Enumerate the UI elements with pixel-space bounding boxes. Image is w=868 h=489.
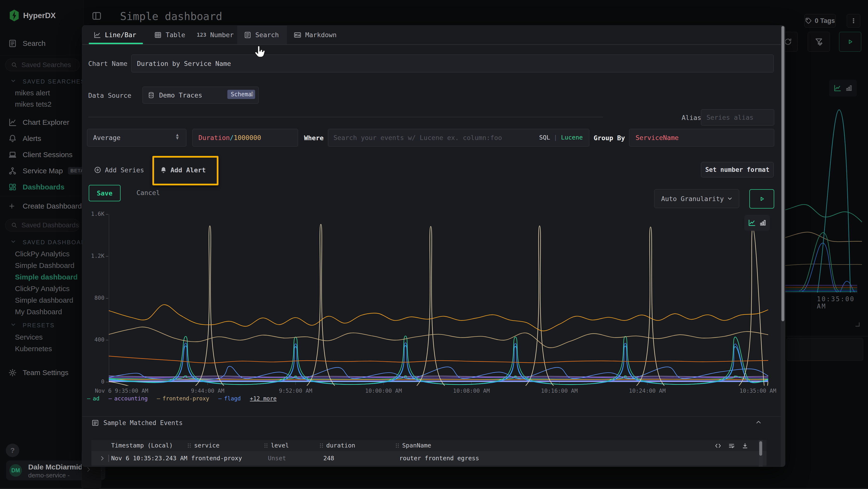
group-by-value: ServiceName	[636, 134, 679, 141]
tab-table[interactable]: Table	[154, 26, 185, 44]
table-scrollbar[interactable]	[759, 440, 763, 466]
column-header[interactable]: duration	[320, 442, 355, 449]
drag-handle-icon[interactable]	[320, 443, 323, 449]
save-button[interactable]: Save	[89, 185, 121, 201]
tab-line-bar[interactable]: Line/Bar	[93, 26, 136, 44]
table-icon	[154, 31, 162, 39]
legend-dash: —	[218, 395, 222, 402]
legend-more-link[interactable]: +12 more	[250, 395, 277, 402]
table-header-row: Timestamp (Local) service level duration…	[91, 440, 767, 451]
chart-name-input[interactable]	[132, 60, 774, 67]
edit-chart-modal: Line/Bar Table 123 Number Search Markdow…	[82, 25, 785, 467]
drag-handle-icon[interactable]	[265, 443, 268, 449]
chart-name-label: Chart Name	[88, 60, 128, 67]
list-icon	[91, 419, 99, 427]
column-header[interactable]: service	[188, 442, 219, 449]
tab-markdown[interactable]: Markdown	[294, 26, 337, 44]
wrap-text-icon[interactable]	[728, 442, 735, 449]
alias-field[interactable]	[701, 109, 774, 125]
where-label: Where	[304, 134, 323, 142]
database-icon	[148, 91, 155, 99]
group-by-field[interactable]: ServiceName	[629, 129, 774, 146]
group-by-label: Group By	[594, 134, 625, 142]
chart-type-toggle[interactable]	[744, 215, 770, 231]
add-series-button[interactable]: Add Series	[94, 163, 144, 177]
y-tick-label: 0	[88, 378, 104, 385]
drag-handle-icon[interactable]	[396, 443, 399, 449]
granularity-select[interactable]: Auto Granularity	[654, 189, 739, 208]
line-chart-icon	[93, 31, 101, 39]
table-row[interactable]: Nov 6 10:35:23.243 AM frontend-proxy Uns…	[91, 451, 767, 466]
modal-scrollbar[interactable]	[781, 26, 785, 466]
x-tick-label: 10:08:00 AM	[453, 387, 490, 394]
chart-legend: —ad —accounting —frontend-proxy —flagd +…	[87, 395, 283, 402]
cell-duration: 248	[323, 455, 334, 462]
number-123-icon: 123	[197, 32, 207, 38]
search-list-icon	[244, 31, 251, 39]
y-tick-label: 800	[88, 295, 104, 301]
expr-field: Duration	[198, 134, 230, 141]
x-tick-label: 9:44:00 AM	[191, 387, 224, 394]
column-header[interactable]: SpanName	[396, 442, 431, 449]
expr-op: /	[230, 134, 234, 141]
y-tick-label: 400	[88, 337, 104, 343]
sample-events-header: Sample Matched Events	[91, 419, 183, 427]
aggregation-select[interactable]: Average ▲▼	[87, 129, 186, 146]
chart-svg	[109, 214, 768, 386]
x-tick-label: 10:24:00 AM	[629, 387, 665, 394]
select-chevrons-icon: ▲▼	[251, 90, 253, 97]
legend-dash: —	[108, 395, 112, 402]
row-expand-chevron-icon[interactable]	[99, 455, 105, 461]
bar-chart-icon	[759, 219, 767, 226]
expression-field[interactable]: Duration / 1000000	[192, 129, 298, 146]
run-chart-button[interactable]	[749, 189, 774, 208]
legend-item[interactable]: —accounting	[108, 395, 148, 402]
cell-timestamp: Nov 6 10:35:23.243 AM	[111, 455, 187, 462]
cell-spanname: router frontend egress	[399, 455, 479, 462]
y-tick-label: 1.2K	[88, 253, 104, 259]
plus-circle-icon	[94, 166, 101, 174]
tab-number[interactable]: 123 Number	[197, 26, 234, 44]
x-tick-label: Nov 6 9:35:00 AM	[95, 387, 148, 394]
table-row-clipped	[91, 466, 767, 467]
data-source-value: Demo Traces	[159, 91, 202, 99]
add-alert-button[interactable]: Add Alert	[160, 163, 206, 177]
column-header[interactable]: level	[265, 442, 289, 449]
expr-num: 1000000	[234, 134, 261, 141]
markdown-icon	[294, 31, 301, 39]
legend-item[interactable]: —ad	[87, 395, 100, 402]
x-tick-label: 10:00:00 AM	[365, 387, 402, 394]
select-chevrons-icon: ▲▼	[176, 133, 179, 140]
column-header[interactable]: Timestamp (Local)	[111, 442, 173, 449]
code-view-icon[interactable]	[715, 442, 721, 449]
line-chart-icon	[748, 219, 756, 227]
cell-level: Unset	[268, 455, 286, 462]
cell-service: frontend-proxy	[191, 455, 242, 462]
where-field[interactable]: SQL | Lucene	[328, 129, 589, 146]
legend-item[interactable]: —frontend-proxy	[157, 395, 209, 402]
alias-label: Alias	[682, 114, 701, 121]
x-tick-label: 9:52:00 AM	[279, 387, 312, 394]
download-icon[interactable]	[742, 442, 748, 449]
drag-handle-icon[interactable]	[188, 443, 191, 449]
y-tick-label: 1.6K	[88, 211, 104, 217]
legend-dash: —	[87, 395, 90, 402]
bell-icon	[160, 166, 167, 174]
data-source-select[interactable]: Demo Traces Schema ▲▼	[143, 87, 259, 104]
legend-dash: —	[157, 395, 160, 402]
set-number-format-button[interactable]: Set number format	[701, 162, 774, 177]
app-root: HyperDX Search Saved Searches SAVED SEAR…	[0, 0, 868, 489]
chart-plot[interactable]	[109, 214, 768, 386]
tab-search[interactable]: Search	[244, 26, 279, 44]
collapse-chevron-icon[interactable]	[755, 419, 762, 426]
query-language-toggle[interactable]: SQL | Lucene	[539, 134, 583, 141]
chart-name-field[interactable]	[131, 55, 774, 73]
cancel-button[interactable]: Cancel	[136, 185, 160, 200]
chevron-down-icon	[727, 196, 733, 202]
x-tick-label: 10:16:00 AM	[541, 387, 578, 394]
where-input[interactable]	[328, 134, 546, 141]
alias-input[interactable]	[701, 114, 774, 121]
aggregation-value: Average	[93, 134, 121, 141]
x-tick-label: 10:35:00 AM	[740, 387, 776, 394]
legend-item[interactable]: —flagd	[218, 395, 241, 402]
